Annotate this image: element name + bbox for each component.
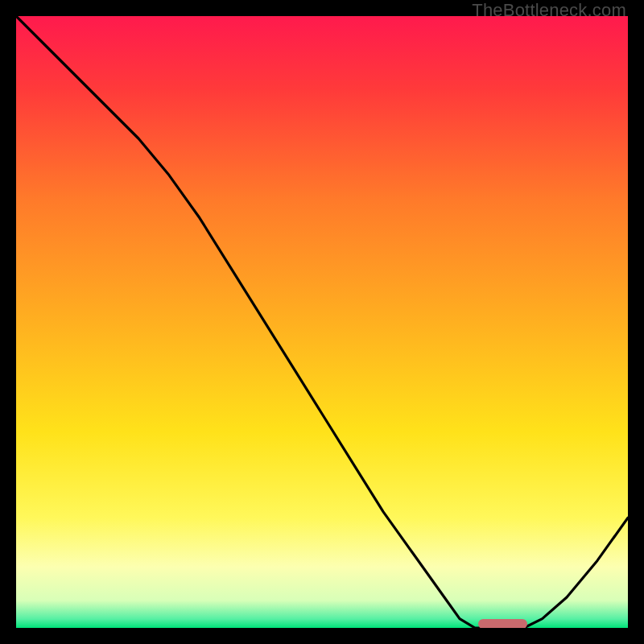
bottleneck-curve	[16, 16, 628, 628]
optimal-range-marker	[478, 619, 527, 628]
chart-frame: TheBottleneck.com	[0, 0, 644, 644]
plot-area	[16, 16, 628, 628]
watermark-text: TheBottleneck.com	[472, 0, 626, 21]
